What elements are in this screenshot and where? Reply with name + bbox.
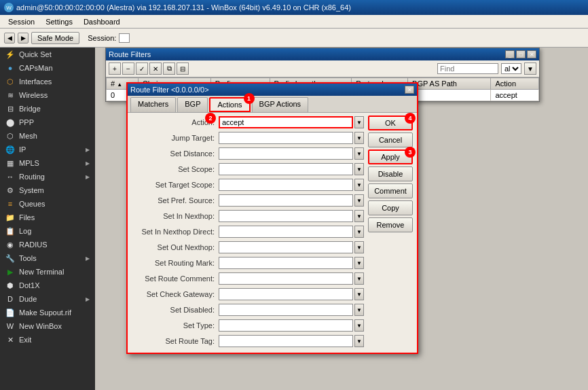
ppp-icon: ⬤ — [5, 118, 15, 127]
tab-actions[interactable]: Actions 1 — [209, 97, 250, 112]
copy-button-dialog[interactable]: Copy — [368, 200, 413, 215]
copy-button[interactable]: ⧉ — [163, 63, 175, 75]
safe-mode-button[interactable]: Safe Mode — [31, 32, 79, 44]
set-routing-mark-input[interactable] — [219, 257, 353, 269]
disable-button[interactable]: Disable — [368, 166, 413, 181]
sidebar-item-routing[interactable]: ↔ Routing ▶ — [0, 170, 95, 183]
sidebar-label-routing: Routing — [19, 173, 45, 181]
close-button[interactable]: ✕ — [527, 50, 536, 58]
tab-bgp-actions[interactable]: BGP Actions — [252, 97, 309, 112]
set-disabled-dropdown-btn[interactable]: ▼ — [354, 304, 364, 316]
set-route-tag-control: ▼ — [219, 335, 364, 347]
filter-button[interactable]: ⊟ — [177, 63, 189, 75]
forward-button[interactable]: ▶ — [18, 33, 29, 43]
sidebar-item-radius[interactable]: ◉ RADIUS — [0, 238, 95, 251]
set-check-gateway-input[interactable] — [219, 288, 353, 300]
sidebar-item-dot1x[interactable]: ⬢ Dot1X — [0, 279, 95, 292]
set-scope-input[interactable] — [219, 163, 353, 175]
sidebar-item-wireless[interactable]: ≋ Wireless — [0, 88, 95, 102]
set-distance-input[interactable] — [219, 147, 353, 160]
action-input[interactable] — [219, 116, 353, 128]
menu-session[interactable]: Session — [3, 16, 40, 27]
remove-button[interactable]: − — [122, 63, 134, 75]
set-out-nexthop-dropdown-btn[interactable]: ▼ — [354, 241, 364, 253]
set-in-nexthop-control: ▼ — [219, 210, 364, 222]
rf-dialog-close-button[interactable]: ✕ — [405, 86, 414, 94]
check-button[interactable]: ✓ — [136, 63, 148, 75]
set-in-nexthop-direct-dropdown-btn[interactable]: ▼ — [354, 226, 364, 238]
sidebar-item-make-supout[interactable]: 📄 Make Supout.rif — [0, 306, 95, 319]
cancel-button[interactable]: Cancel — [368, 132, 413, 147]
set-type-dropdown-btn[interactable]: ▼ — [354, 319, 364, 332]
sidebar-label-radius: RADIUS — [19, 241, 48, 249]
remove-button-dialog[interactable]: Remove — [368, 217, 413, 232]
sidebar-item-ppp[interactable]: ⬤ PPP — [0, 116, 95, 129]
sidebar-item-queues[interactable]: ≡ Queues — [0, 197, 95, 211]
set-in-nexthop-input[interactable] — [219, 210, 353, 222]
set-scope-dropdown-btn[interactable]: ▼ — [354, 163, 364, 175]
set-in-nexthop-dropdown-btn[interactable]: ▼ — [354, 210, 364, 222]
set-route-comment-row: Set Route Comment: ▼ — [130, 272, 364, 285]
sidebar-item-capsman[interactable]: ● CAPsMan — [0, 61, 95, 75]
action-field-row: Action: ▼ 2 — [130, 116, 364, 129]
set-target-scope-dropdown-btn[interactable]: ▼ — [354, 179, 364, 191]
menu-settings[interactable]: Settings — [40, 16, 78, 27]
dude-icon: D — [5, 294, 15, 304]
sidebar-item-mesh[interactable]: ⬡ Mesh — [0, 129, 95, 143]
set-route-comment-input[interactable] — [219, 272, 353, 285]
menu-dashboard[interactable]: Dashboard — [78, 16, 126, 27]
sidebar-item-log[interactable]: 📋 Log — [0, 224, 95, 238]
sidebar-item-bridge[interactable]: ⊟ Bridge — [0, 102, 95, 116]
set-distance-dropdown-btn[interactable]: ▼ — [354, 147, 364, 160]
apply-button[interactable]: Apply 3 — [368, 149, 413, 164]
jump-target-label: Jump Target: — [130, 134, 219, 142]
sidebar-item-exit[interactable]: ✕ Exit — [0, 333, 95, 347]
back-button[interactable]: ◀ — [4, 33, 15, 43]
session-input[interactable] — [119, 33, 130, 43]
col-bgp-as-path: BGP AS Path — [408, 78, 491, 90]
sidebar-label-system: System — [19, 186, 44, 194]
set-in-nexthop-direct-input[interactable] — [219, 226, 353, 238]
sidebar-item-new-winbox[interactable]: W New WinBox — [0, 319, 95, 333]
set-out-nexthop-input[interactable] — [219, 241, 353, 253]
sidebar-item-files[interactable]: 📁 Files — [0, 211, 95, 224]
action-dropdown-btn[interactable]: ▼ — [354, 116, 364, 128]
set-target-scope-label: Set Target Scope: — [130, 181, 219, 189]
sidebar-item-new-terminal[interactable]: ▶ New Terminal — [0, 265, 95, 279]
minimize-button[interactable]: _ — [505, 50, 515, 58]
sidebar-item-ip[interactable]: 🌐 IP ▶ — [0, 143, 95, 156]
mesh-icon: ⬡ — [5, 131, 15, 141]
set-check-gateway-dropdown-btn[interactable]: ▼ — [354, 288, 364, 300]
set-route-comment-dropdown-btn[interactable]: ▼ — [354, 272, 364, 285]
tools-arrow-icon: ▶ — [86, 255, 90, 262]
sidebar-item-dude[interactable]: D Dude ▶ — [0, 292, 95, 306]
comment-button[interactable]: Comment — [368, 183, 413, 198]
set-target-scope-input[interactable] — [219, 179, 353, 191]
jump-target-dropdown-btn[interactable]: ▼ — [354, 132, 364, 144]
tab-bgp[interactable]: BGP — [177, 97, 208, 112]
sidebar-label-new-winbox: New WinBox — [19, 322, 62, 330]
set-route-tag-input[interactable] — [219, 335, 353, 347]
search-scope-select[interactable]: all — [501, 63, 521, 74]
sidebar-item-quick-set[interactable]: ⚡ Quick Set — [0, 48, 95, 61]
sidebar-item-system[interactable]: ⚙ System — [0, 183, 95, 197]
set-route-tag-dropdown-btn[interactable]: ▼ — [354, 335, 364, 347]
set-disabled-input[interactable] — [219, 304, 353, 316]
sidebar-item-tools[interactable]: 🔧 Tools ▶ — [0, 251, 95, 265]
maximize-button[interactable]: □ — [516, 50, 526, 58]
sidebar-item-interfaces[interactable]: ⬡ Interfaces — [0, 75, 95, 88]
uncheck-button[interactable]: ✕ — [149, 63, 162, 75]
set-pref-source-input[interactable] — [219, 194, 353, 207]
jump-target-row: Jump Target: ▼ — [130, 131, 364, 145]
search-dropdown-btn[interactable]: ▼ — [524, 63, 536, 75]
set-type-input[interactable] — [219, 319, 353, 332]
ip-arrow-icon: ▶ — [86, 147, 90, 153]
ok-button[interactable]: OK 4 — [368, 116, 413, 130]
tab-matchers[interactable]: Matchers — [130, 97, 176, 112]
jump-target-input[interactable] — [219, 132, 353, 144]
search-input[interactable] — [437, 63, 498, 74]
add-button[interactable]: + — [109, 63, 121, 75]
sidebar-item-mpls[interactable]: ▦ MPLS ▶ — [0, 156, 95, 170]
set-routing-mark-dropdown-btn[interactable]: ▼ — [354, 257, 364, 269]
set-pref-source-dropdown-btn[interactable]: ▼ — [354, 194, 364, 207]
